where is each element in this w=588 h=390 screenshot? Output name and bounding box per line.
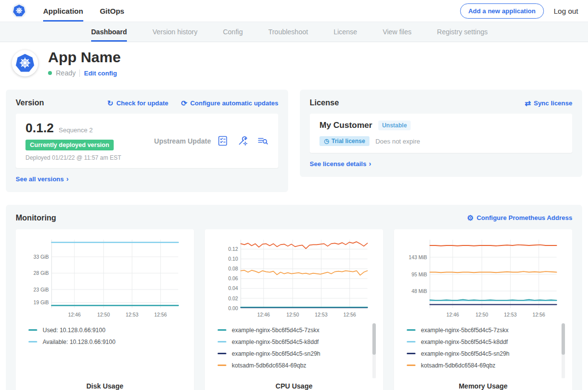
deployed-timestamp: Deployed 01/21/22 @ 11:57 am EST <box>25 154 148 161</box>
logout-button[interactable]: Log out <box>554 7 578 15</box>
legend-scrollbar[interactable] <box>372 323 376 378</box>
sync-license-link[interactable]: ⇄ Sync license <box>525 99 572 107</box>
check-for-update-link[interactable]: ↻ Check for update <box>107 99 169 107</box>
legend-label: kotsadm-5db6dc6584-69qbz <box>421 362 495 369</box>
top-nav-spacer <box>141 0 460 22</box>
monitoring-heading: Monitoring <box>16 214 56 222</box>
svg-text:12:50: 12:50 <box>97 312 110 317</box>
svg-text:12:50: 12:50 <box>286 312 299 317</box>
svg-text:12:56: 12:56 <box>154 312 167 317</box>
legend-label: example-nginx-5bc6f5d4c5-k8ddf <box>421 339 508 345</box>
sub-nav-tabs: DashboardVersion historyConfigTroublesho… <box>91 22 513 42</box>
status-dot-icon <box>48 71 52 75</box>
sub-nav-tab-troubleshoot[interactable]: Troubleshoot <box>268 22 308 42</box>
legend-label: example-nginx-5bc6f5d4c5-sn29h <box>232 350 320 357</box>
see-all-versions-label: See all versions <box>16 175 64 183</box>
svg-text:0.08: 0.08 <box>228 266 238 271</box>
disk-usage-card: 12:4612:5012:5312:5619 GiB23 GiB28 GiB33… <box>16 229 194 390</box>
memory-usage-chart: 12:4612:5012:5312:5648 MiB95 MiB143 MiB <box>400 235 566 320</box>
sub-nav-tab-view-files[interactable]: View files <box>383 22 412 42</box>
config-wrench-icon[interactable] <box>237 135 248 146</box>
legend-swatch-icon <box>218 329 226 331</box>
svg-text:12:46: 12:46 <box>446 312 459 317</box>
license-expiry: Does not expire <box>375 138 420 145</box>
status-badge: Ready <box>56 69 75 77</box>
add-application-button[interactable]: Add a new application <box>460 3 544 19</box>
svg-text:143 MiB: 143 MiB <box>409 254 427 260</box>
version-source-label: Upstream Update <box>148 137 217 145</box>
svg-text:0.12: 0.12 <box>228 246 238 252</box>
kubernetes-app-icon <box>14 52 36 74</box>
legend-label: example-nginx-5bc6f5d4c5-k8ddf <box>232 339 318 345</box>
sync-license-label: Sync license <box>534 99 572 107</box>
app-avatar <box>12 50 38 76</box>
legend-label: Available: 10.128.0.66:9100 <box>43 339 116 345</box>
svg-text:12:46: 12:46 <box>257 312 270 317</box>
svg-text:12:53: 12:53 <box>504 312 517 317</box>
legend-scrollbar-thumb[interactable] <box>562 323 565 355</box>
trial-license-badge: ◷ Trial license <box>319 136 369 146</box>
top-nav-tab-gitops[interactable]: GitOps <box>100 0 124 22</box>
configure-auto-updates-link[interactable]: ⟳ Configure automatic updates <box>181 99 278 107</box>
channel-badge: Unstable <box>378 121 411 130</box>
gear-icon: ⚙ <box>467 214 473 221</box>
disk-usage-legend: Used: 10.128.0.66:9100Available: 10.128.… <box>22 322 188 378</box>
cpu-usage-chart: 12:4612:5012:5312:560.000.020.040.060.08… <box>211 235 377 320</box>
legend-label: example-nginx-5bc6f5d4c5-7zskx <box>232 327 319 334</box>
preflight-checklist-icon[interactable] <box>217 135 228 146</box>
sequence-label: Sequence 2 <box>59 126 93 134</box>
legend-scrollbar-thumb[interactable] <box>372 323 376 355</box>
svg-text:12:53: 12:53 <box>126 312 139 317</box>
legend-label: kotsadm-5db6dc6584-69qbz <box>232 362 306 369</box>
sub-nav-tab-registry-settings[interactable]: Registry settings <box>437 22 488 42</box>
see-all-versions-link[interactable]: See all versions › <box>16 175 69 183</box>
sub-nav-tab-dashboard[interactable]: Dashboard <box>91 22 127 42</box>
license-heading: License <box>310 98 339 107</box>
chart-title: Disk Usage <box>22 378 188 390</box>
legend-swatch-icon <box>407 341 416 342</box>
charts-row: 12:4612:5012:5312:5619 GiB23 GiB28 GiB33… <box>16 229 572 390</box>
legend-item: kotsadm-5db6dc6584-69qbz <box>218 362 377 369</box>
version-number: 0.1.2 <box>25 121 54 136</box>
svg-text:0.04: 0.04 <box>228 286 238 291</box>
legend-item: example-nginx-5bc6f5d4c5-k8ddf <box>218 339 377 345</box>
sub-nav-tab-license[interactable]: License <box>334 22 357 42</box>
top-nav-tab-application[interactable]: Application <box>43 0 83 22</box>
legend-item: example-nginx-5bc6f5d4c5-7zskx <box>407 327 566 334</box>
check-for-update-label: Check for update <box>116 99 168 107</box>
see-license-details-link[interactable]: See license details › <box>310 160 371 168</box>
svg-text:0.02: 0.02 <box>228 295 238 301</box>
svg-text:12:56: 12:56 <box>343 312 356 317</box>
trial-license-label: Trial license <box>331 138 365 145</box>
sub-nav-tab-config[interactable]: Config <box>223 22 243 42</box>
stopwatch-icon: ◷ <box>324 138 329 145</box>
clock-refresh-icon: ⟳ <box>181 99 188 107</box>
edit-config-link[interactable]: Edit config <box>84 70 117 77</box>
legend-item: Used: 10.128.0.66:9100 <box>28 327 188 334</box>
legend-item: example-nginx-5bc6f5d4c5-k8ddf <box>407 339 566 345</box>
legend-item: example-nginx-5bc6f5d4c5-sn29h <box>218 350 377 357</box>
view-logs-icon[interactable] <box>257 135 269 146</box>
memory-usage-card: 12:4612:5012:5312:5648 MiB95 MiB143 MiB … <box>394 229 572 390</box>
legend-swatch-icon <box>28 329 37 331</box>
legend-swatch-icon <box>407 329 416 331</box>
svg-text:12:56: 12:56 <box>533 312 545 317</box>
legend-item: example-nginx-5bc6f5d4c5-7zskx <box>218 327 377 334</box>
refresh-icon: ↻ <box>107 99 114 107</box>
license-card: My Customer Unstable ◷ Trial license Doe… <box>310 114 572 153</box>
configure-prometheus-link[interactable]: ⚙ Configure Prometheus Address <box>467 214 572 221</box>
legend-scrollbar[interactable] <box>562 323 565 378</box>
legend-swatch-icon <box>218 341 226 342</box>
legend-label: example-nginx-5bc6f5d4c5-sn29h <box>421 350 510 357</box>
divider <box>79 70 80 77</box>
legend-item: kotsadm-5db6dc6584-69qbz <box>407 362 566 369</box>
chevron-right-icon: › <box>66 175 69 183</box>
svg-text:0.10: 0.10 <box>228 256 238 262</box>
deployed-badge: Currently deployed version <box>25 140 114 150</box>
legend-item: example-nginx-5bc6f5d4c5-sn29h <box>407 350 566 357</box>
legend-swatch-icon <box>28 341 37 342</box>
legend-label: example-nginx-5bc6f5d4c5-7zskx <box>421 327 509 334</box>
cards-row: Version ↻ Check for update ⟳ Configure a… <box>6 90 582 192</box>
sub-nav-tab-version-history[interactable]: Version history <box>152 22 197 42</box>
cpu-usage-card: 12:4612:5012:5312:560.000.020.040.060.08… <box>205 229 383 390</box>
